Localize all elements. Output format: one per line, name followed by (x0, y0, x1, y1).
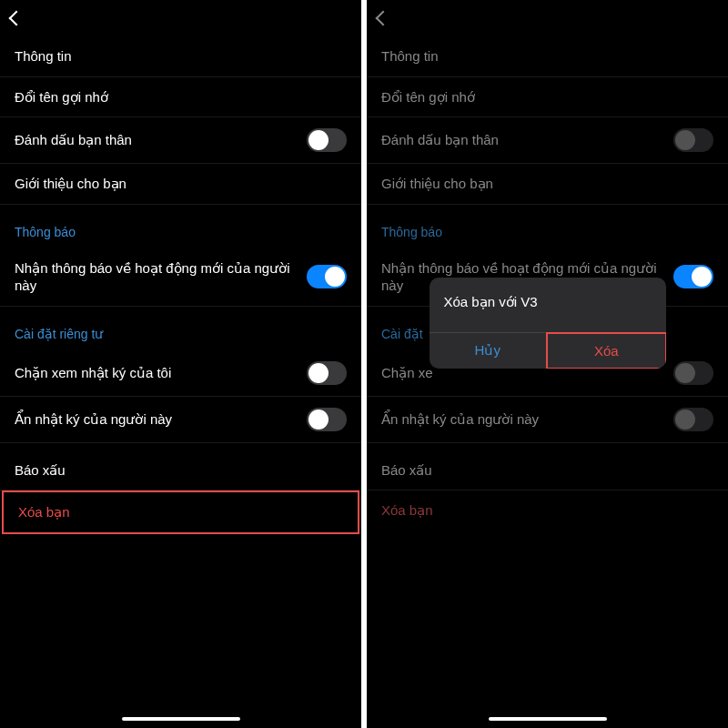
confirm-dialog: Xóa bạn với V3 Hủy Xóa (430, 278, 666, 369)
row-introduce[interactable]: Giới thiệu cho bạn (0, 164, 361, 205)
row-rename[interactable]: Đổi tên gợi nhớ (0, 77, 361, 118)
toggle-thumb (325, 267, 345, 287)
section-gap (0, 205, 361, 212)
row-info[interactable]: Thông tin (0, 36, 361, 77)
back-icon[interactable] (9, 11, 25, 26)
row-hide-journal[interactable]: Ẩn nhật ký của người này (0, 397, 361, 443)
row-label: Báo xấu (15, 461, 347, 480)
row-label: Đánh dấu bạn thân (15, 131, 307, 149)
toggle-hide-journal[interactable] (307, 408, 347, 431)
row-label: Thông tin (15, 47, 347, 66)
home-indicator[interactable] (489, 717, 607, 721)
toggle-thumb (308, 130, 329, 150)
toggle-thumb (308, 410, 329, 430)
row-label: Xóa bạn (18, 503, 343, 521)
cancel-button[interactable]: Hủy (430, 333, 548, 369)
dialog-overlay: Xóa bạn với V3 Hủy Xóa (367, 0, 728, 728)
dialog-buttons: Hủy Xóa (430, 332, 666, 369)
highlight-delete-friend: Xóa bạn (2, 490, 359, 534)
delete-button[interactable]: Xóa (546, 332, 666, 369)
section-gap (0, 443, 361, 450)
screen-right: Thông tin Đổi tên gợi nhớ Đánh dấu bạn t… (367, 0, 728, 728)
header (0, 0, 361, 36)
row-label: Đổi tên gợi nhớ (15, 88, 347, 106)
row-label: Giới thiệu cho bạn (15, 175, 347, 193)
toggle-block-journal[interactable] (307, 361, 347, 385)
row-label: Ẩn nhật ký của người này (15, 410, 307, 429)
row-report[interactable]: Báo xấu (0, 450, 361, 491)
row-label: Nhận thông báo về hoạt động mới của ngườ… (15, 259, 307, 295)
home-indicator[interactable] (122, 717, 240, 721)
section-notifications: Thông báo (0, 212, 361, 248)
row-mark-close[interactable]: Đánh dấu bạn thân (0, 117, 361, 164)
screen-left: Thông tin Đổi tên gợi nhớ Đánh dấu bạn t… (0, 0, 361, 728)
section-privacy: Cài đặt riêng tư (0, 314, 361, 350)
row-label: Chặn xem nhật ký của tôi (15, 364, 307, 382)
section-gap (0, 307, 361, 314)
toggle-thumb (308, 363, 329, 383)
dialog-title: Xóa bạn với V3 (430, 278, 666, 332)
row-block-journal[interactable]: Chặn xem nhật ký của tôi (0, 350, 361, 397)
toggle-activity-notif[interactable] (307, 265, 347, 288)
row-activity-notif[interactable]: Nhận thông báo về hoạt động mới của ngườ… (0, 248, 361, 307)
toggle-mark-close[interactable] (307, 128, 347, 152)
row-delete-friend[interactable]: Xóa bạn (4, 492, 358, 532)
